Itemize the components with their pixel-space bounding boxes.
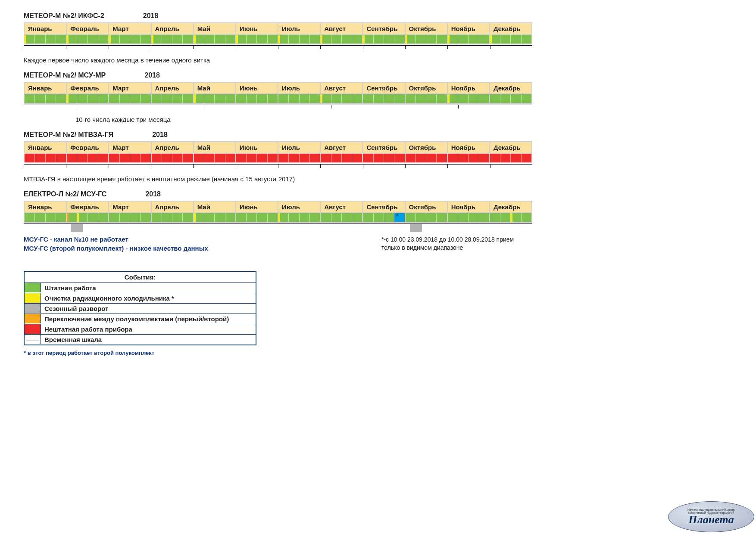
status-cell: [300, 94, 310, 103]
status-cell: [500, 213, 511, 222]
month-bucket: [236, 35, 278, 43]
status-cell: [331, 94, 342, 103]
month-bucket: [236, 154, 278, 162]
month-header: Март: [109, 142, 151, 153]
status-cell: [225, 213, 235, 222]
chart-msugs: ЕЛЕКТРО-Л №2/ МСУ-ГС2018ЯнварьФевральМар…: [24, 190, 739, 231]
status-cell: [289, 94, 299, 103]
status-cell: [56, 154, 66, 162]
status-cell: [88, 154, 98, 162]
legend-label: Очистка радиационного холодильника *: [41, 293, 256, 303]
status-cell: [215, 213, 225, 222]
status-cell: [352, 213, 362, 222]
status-cell: [257, 213, 267, 222]
month-bucket: [278, 94, 321, 103]
month-header: Декабрь: [490, 202, 531, 212]
status-cell: [183, 35, 193, 43]
status-cell: [120, 94, 130, 103]
status-cell: [257, 154, 267, 162]
month-bucket: [152, 94, 194, 103]
status-cell: [416, 154, 426, 162]
status-cell: [120, 213, 130, 222]
status-cell: [437, 213, 447, 222]
status-cell: [152, 213, 162, 222]
status-cell: [511, 94, 521, 103]
status-cell: [500, 94, 511, 103]
status-cell: [141, 213, 150, 222]
month-header: Июнь: [236, 202, 278, 212]
month-header: Март: [109, 202, 151, 212]
month-bucket: [67, 35, 109, 43]
status-cell: [426, 154, 437, 162]
status-cell: [426, 35, 437, 43]
status-cell: [225, 35, 235, 43]
status-cell: [183, 94, 193, 103]
status-cell: [511, 35, 521, 43]
month-header: Апрель: [152, 83, 194, 93]
status-cell: [35, 154, 45, 162]
status-cell: [479, 213, 489, 222]
legend-label: Переключение между полукомплектами (перв…: [41, 314, 256, 324]
chart-title: МЕТЕОР-М №2/ МСУ-МР2018: [24, 71, 739, 79]
month-header-row: ЯнварьФевральМартАпрельМайИюньИюльАвгуст…: [25, 202, 531, 212]
status-cell: [46, 213, 56, 222]
status-cell: [98, 94, 108, 103]
status-cell: [448, 94, 458, 103]
status-cell: [268, 35, 278, 43]
month-bucket: [109, 213, 151, 222]
legend-swatch-gray: [25, 304, 41, 313]
status-cell: [77, 35, 87, 43]
status-cell: [522, 35, 531, 43]
month-header: Май: [194, 202, 236, 212]
status-cell: [289, 213, 299, 222]
calendar-grid: ЯнварьФевральМартАпрельМайИюньИюльАвгуст…: [24, 201, 532, 223]
status-cell: [321, 213, 331, 222]
month-header: Февраль: [67, 23, 109, 34]
status-cell: [416, 213, 426, 222]
status-cell: [130, 154, 141, 162]
month-bucket: [278, 35, 321, 43]
month-bucket: [490, 154, 531, 162]
status-cell: [268, 94, 278, 103]
month-header: Июнь: [236, 83, 278, 93]
status-row: [25, 34, 531, 43]
status-cell: [448, 35, 458, 43]
status-cell: [162, 94, 172, 103]
status-cell: [300, 213, 310, 222]
status-cell: [331, 213, 342, 222]
status-cell: [300, 154, 310, 162]
status-cell: [490, 94, 500, 103]
status-cell: [109, 154, 119, 162]
status-cell: [109, 213, 119, 222]
status-cell: [278, 94, 289, 103]
status-cell: [310, 154, 320, 162]
chart-title: ЕЛЕКТРО-Л №2/ МСУ-ГС2018: [24, 190, 739, 198]
status-cell: [342, 94, 352, 103]
status-cell: [342, 213, 352, 222]
month-bucket: [406, 94, 448, 103]
status-cell: [448, 213, 458, 222]
status-cell: [321, 94, 331, 103]
status-cell: [458, 35, 469, 43]
chart-note: 10-го числа каждые три месяца: [75, 116, 739, 123]
status-cell: [300, 35, 310, 43]
month-header-row: ЯнварьФевральМартАпрельМайИюньИюльАвгуст…: [25, 83, 531, 93]
status-cell: [257, 35, 267, 43]
status-cell: [152, 35, 162, 43]
status-cell: [35, 213, 45, 222]
status-cell: [204, 213, 215, 222]
status-cell: [363, 213, 373, 222]
status-cell: [67, 94, 77, 103]
month-header: Ноябрь: [448, 202, 490, 212]
month-header: Август: [321, 23, 363, 34]
status-cell: [172, 213, 183, 222]
status-cell: [490, 35, 500, 43]
status-cell: [490, 154, 500, 162]
status-cell: [384, 213, 394, 222]
status-cell: [88, 94, 98, 103]
status-cell: [162, 213, 172, 222]
status-cell: [25, 213, 35, 222]
timeline-axis: [24, 224, 532, 231]
month-bucket: [490, 213, 531, 222]
legend-title: События:: [25, 272, 256, 283]
